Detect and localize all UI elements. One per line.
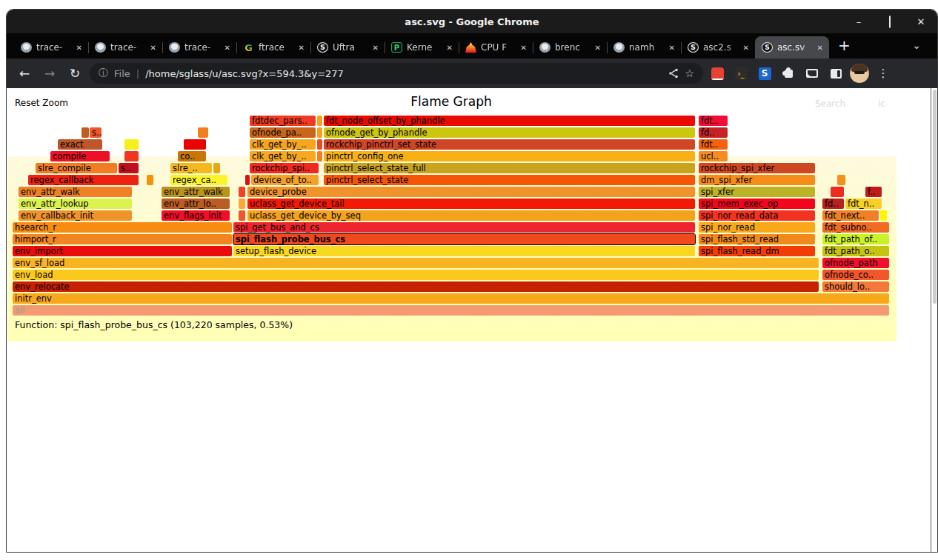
flame-frame-spi-nor-read-data[interactable]: spi_nor_read_data	[699, 210, 815, 221]
flame-frame-fdt-path-o-[interactable]: fdt_path_o..	[822, 246, 889, 256]
tab-close-icon[interactable]: ✕	[371, 44, 380, 52]
flame-frame-env-flags-init[interactable]: env_flags_init	[162, 210, 230, 221]
flame-frame-ofnode-pa-[interactable]: ofnode_pa..	[250, 127, 316, 138]
flame-frame-setup-flash-device[interactable]: setup_flash_device	[233, 246, 695, 256]
flame-frame-hsearch-r[interactable]: hsearch_r	[13, 222, 232, 233]
tab-trace-[interactable]: trace-✕	[14, 36, 88, 59]
flame-frame[interactable]	[184, 139, 206, 150]
tab-trace-[interactable]: trace-✕	[162, 36, 236, 59]
flame-frame-regex-ca-[interactable]: regex_ca..	[170, 175, 227, 185]
flame-frame-spi-flash-read-dm[interactable]: spi_flash_read_dm	[699, 246, 815, 256]
extensions-button[interactable]	[779, 64, 798, 83]
bookmark-star-icon[interactable]: ☆	[685, 67, 694, 79]
side-panel-button[interactable]	[826, 64, 845, 83]
back-button[interactable]: ←	[14, 63, 35, 84]
tab-close-icon[interactable]: ✕	[668, 44, 676, 52]
flame-frame-env-load[interactable]: env_load	[13, 270, 819, 280]
flame-frame-exact[interactable]: exact	[58, 139, 102, 150]
flame-frame[interactable]	[831, 187, 844, 197]
flame-frame[interactable]	[239, 210, 245, 221]
reload-button[interactable]: ↻	[64, 63, 85, 84]
flame-frame[interactable]	[213, 163, 220, 173]
forward-button[interactable]: →	[39, 63, 60, 84]
tab-close-icon[interactable]: ✕	[519, 44, 528, 52]
flame-frame-fdt-node-offset-by-phandle[interactable]: fdt_node_offset_by_phandle	[324, 116, 695, 126]
tab-close-icon[interactable]: ✕	[149, 44, 158, 52]
close-button[interactable]: ✕	[915, 16, 927, 27]
flame-frame-env-sf-load[interactable]: env_sf_load	[13, 258, 819, 268]
flame-frame-spi-flash-probe-bus-cs[interactable]: spi_flash_probe_bus_cs	[233, 234, 695, 244]
flame-frame[interactable]	[239, 187, 245, 197]
flame-frame[interactable]	[198, 127, 208, 138]
flame-frame-env-attr-walk[interactable]: env_attr_walk	[19, 187, 132, 197]
flame-frame-device-of-to-[interactable]: device_of_to..	[251, 175, 319, 185]
flame-frame-ofnode-path[interactable]: ofnode_path	[822, 258, 889, 268]
share-icon[interactable]	[668, 68, 679, 79]
flame-frame-spi-xfer[interactable]: spi_xfer	[699, 187, 815, 197]
tab-brenc[interactable]: brenc✕	[533, 36, 607, 59]
window-titlebar[interactable]: asc.svg - Google Chrome – ✕	[7, 10, 937, 33]
tab-ftrace[interactable]: Gftrace✕	[236, 36, 310, 59]
tab-close-icon[interactable]: ✕	[223, 44, 232, 52]
flame-frame-fdt-[interactable]: fdt..	[699, 139, 728, 150]
maximize-button[interactable]	[884, 16, 896, 27]
tab-asc-sv[interactable]: Sasc.sv✕	[755, 36, 829, 59]
page-info-icon[interactable]: ⓘ	[99, 67, 108, 80]
flame-frame-env-attr-lookup[interactable]: env_attr_lookup	[19, 199, 132, 209]
flame-frame-rockchip-spi-[interactable]: rockchip_spi..	[250, 163, 319, 173]
profile-avatar[interactable]	[850, 64, 869, 83]
flame-frame[interactable]	[124, 151, 139, 161]
tab-trace-[interactable]: trace-✕	[88, 36, 162, 59]
flame-frame-co-[interactable]: co..	[178, 151, 206, 161]
flame-frame-ofnode-co-[interactable]: ofnode_co..	[822, 270, 889, 280]
flame-frame-slre-[interactable]: slre_..	[170, 163, 212, 173]
terminal-extension-icon[interactable]: ›_	[731, 64, 751, 83]
address-bar[interactable]: ⓘ File | /home/sglass/u/asc.svg?x=594.3&…	[90, 63, 703, 84]
flame-frame-spi-flash-std-read[interactable]: spi_flash_std_read	[699, 234, 815, 244]
flame-frame-compile[interactable]: compile	[50, 151, 110, 161]
todoist-extension-icon[interactable]	[708, 64, 727, 83]
flame-frame-s-[interactable]: s..	[90, 127, 102, 138]
flame-frame[interactable]	[124, 139, 139, 150]
flame-frame-fdt-next-[interactable]: fdt_next..	[822, 210, 879, 221]
blue-s-extension-icon[interactable]: S	[755, 64, 774, 83]
flame-frame-env-import[interactable]: env_import	[13, 246, 232, 256]
flame-frame-spi-nor-read[interactable]: spi_nor_read	[699, 222, 815, 233]
flame-frame-fdtdec-pars-[interactable]: fdtdec_pars..	[250, 116, 316, 126]
tab-close-icon[interactable]: ✕	[445, 44, 454, 52]
flame-frame-fdt-subno-[interactable]: fdt_subno..	[822, 222, 889, 233]
url-text[interactable]: /home/sglass/u/asc.svg?x=594.3&y=277	[145, 68, 662, 79]
flame-frame-spi-mem-exec-op[interactable]: spi_mem_exec_op	[699, 199, 815, 209]
flame-frame[interactable]	[880, 210, 887, 221]
flame-frame-pinctrl-select-state[interactable]: pinctrl_select_state	[324, 175, 695, 185]
tab-cpu-f[interactable]: CPU F✕	[459, 36, 533, 59]
flame-frame-fd-[interactable]: fd..	[699, 127, 728, 138]
flame-frame-env-attr-lo-[interactable]: env_attr_lo..	[162, 199, 230, 209]
flame-frame[interactable]	[317, 116, 322, 126]
flame-frame-ofnode-get-by-phandle[interactable]: ofnode_get_by_phandle	[324, 127, 695, 138]
flame-frame-ucl-[interactable]: ucl..	[699, 151, 728, 161]
flame-frame-f-[interactable]: f..	[865, 187, 882, 197]
flame-frame-pinctrl-config-one[interactable]: pinctrl_config_one	[324, 151, 695, 161]
vertical-scrollbar[interactable]	[931, 88, 937, 553]
search-button[interactable]: Search	[815, 99, 845, 109]
flame-frame-clk-get-by-[interactable]: clk_get_by_..	[250, 139, 316, 150]
tab-uftra[interactable]: SUftra✕	[310, 36, 385, 59]
flame-frame-fdt-path-of-[interactable]: fdt_path_of..	[822, 234, 889, 244]
tab-namh[interactable]: namh✕	[607, 36, 681, 59]
flame-frame-all[interactable]: all	[13, 305, 889, 316]
browser-menu-button[interactable]: ⋮	[874, 64, 893, 83]
flame-frame-env-callback-init[interactable]: env_callback_init	[19, 210, 132, 221]
tab-kerne[interactable]: PKerne✕	[385, 36, 459, 59]
flame-frame-initr-env[interactable]: initr_env	[13, 293, 889, 304]
flame-frame-pinctrl-select-state-full[interactable]: pinctrl_select_state_full	[324, 163, 695, 173]
new-tab-button[interactable]: +	[838, 36, 851, 56]
flame-frame-env-relocate[interactable]: env_relocate	[13, 281, 819, 292]
flame-frame-spi-get-bus-and-cs[interactable]: spi_get_bus_and_cs	[233, 222, 695, 233]
flame-frame-regex-callback[interactable]: regex_callback	[28, 175, 139, 185]
flame-frame-should-lo-[interactable]: should_lo..	[822, 281, 889, 292]
minimize-button[interactable]: –	[853, 16, 865, 27]
flame-frame-fd-[interactable]: fd..	[822, 199, 844, 209]
tab-close-icon[interactable]: ✕	[742, 44, 751, 52]
flame-frame-slre-compile[interactable]: slre_compile	[36, 163, 117, 173]
